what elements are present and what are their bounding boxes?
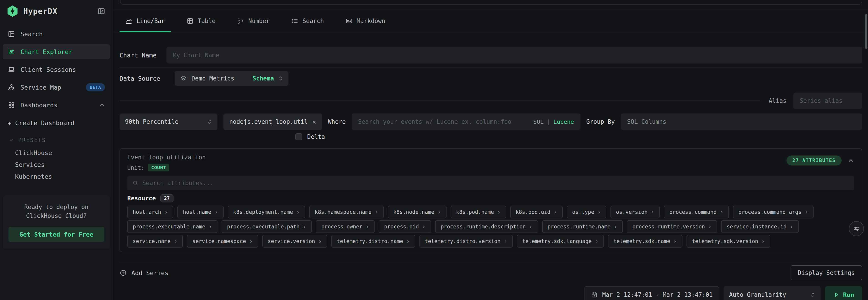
attribute-name: process.runtime.name (548, 224, 611, 229)
presets-header[interactable]: PRESETS (9, 137, 113, 143)
run-button[interactable]: Run (825, 286, 862, 300)
attribute-chip[interactable]: telemetry.sdk.version › (686, 235, 770, 248)
attribute-name: service.version (268, 238, 315, 244)
svg-text:2: 2 (238, 21, 240, 25)
get-started-button[interactable]: Get Started for Free (8, 227, 104, 242)
sidebar-item-client-sessions[interactable]: Client Sessions (3, 62, 110, 77)
attribute-name: telemetry.sdk.language (522, 238, 592, 244)
where-search-input[interactable] (352, 118, 533, 125)
add-series-button[interactable]: Add Series (120, 269, 168, 276)
attribute-chip[interactable]: host.arch › (127, 206, 173, 218)
sidebar-item-label: Dashboards (21, 102, 58, 109)
main-content: Line/Bar Table 1 2 3 Number (113, 0, 868, 300)
attribute-chip[interactable]: telemetry.sdk.language › (517, 235, 604, 248)
sidebar-item-service-map[interactable]: Service Map BETA (3, 80, 110, 95)
attribute-chip[interactable]: process.executable.path › (222, 220, 312, 233)
remove-metric-icon[interactable]: ✕ (312, 118, 316, 126)
lucene-toggle-option[interactable]: Lucene (553, 118, 574, 125)
series-footer-row: Add Series Display Settings (120, 265, 862, 280)
up-down-chevrons-icon (278, 75, 283, 82)
attribute-chip[interactable]: service.instance.id › (721, 220, 799, 233)
chart-name-label: Chart Name (120, 52, 166, 59)
attribute-chip[interactable]: k8s.deployment.name › (228, 206, 305, 218)
attribute-chip[interactable]: k8s.pod.name › (451, 206, 506, 218)
chevron-right-icon: › (651, 209, 654, 215)
sidebar: HyperDX Search (0, 0, 113, 300)
floating-settings-button[interactable] (849, 221, 864, 236)
attribute-chip[interactable]: host.name › (177, 206, 223, 218)
attribute-chip[interactable]: telemetry.distro.name › (331, 235, 415, 248)
tab-table[interactable]: Table (181, 10, 221, 32)
sidebar-item-label: Search (21, 31, 43, 37)
chevron-up-icon (99, 102, 105, 108)
group-by-input[interactable] (621, 113, 862, 130)
attribute-name: process.command (669, 209, 717, 215)
preset-item[interactable]: ClickHouse (15, 147, 113, 159)
sql-toggle-option[interactable]: SQL (533, 118, 544, 125)
attribute-chip[interactable]: k8s.pod.uid › (510, 206, 563, 218)
layers-icon (180, 75, 187, 82)
preset-item[interactable]: Services (15, 159, 113, 171)
attribute-chip[interactable]: telemetry.distro.version › (420, 235, 513, 248)
attribute-chip[interactable]: service.namespace › (187, 235, 258, 248)
attribute-name: k8s.namespace.name (315, 209, 371, 215)
table-icon (187, 18, 193, 24)
chevron-right-icon: › (720, 209, 723, 215)
tab-markdown[interactable]: Markdown (340, 10, 391, 32)
attribute-chip[interactable]: telemetry.sdk.name › (608, 235, 682, 248)
metric-chip[interactable]: nodejs.event_loop.util ✕ (223, 113, 322, 130)
data-source-value: Demo Metrics (191, 75, 234, 82)
aggregation-row: 90th Percentile nodejs.event_loop.util ✕… (120, 113, 862, 130)
aggregation-select[interactable]: 90th Percentile (120, 113, 217, 130)
delta-checkbox[interactable] (295, 133, 302, 140)
create-dashboard-button[interactable]: + Create Dashboard (8, 119, 113, 127)
tab-label: Line/Bar (136, 18, 165, 24)
attribute-chip[interactable]: service.version › (262, 235, 327, 248)
granularity-select[interactable]: Auto Granularity (724, 286, 820, 300)
attribute-chip[interactable]: process.runtime.version › (627, 220, 717, 233)
attributes-search-input[interactable] (142, 180, 849, 187)
magnifier-icon (132, 180, 139, 186)
attribute-chip[interactable]: os.type › (567, 206, 607, 218)
tab-line-bar[interactable]: Line/Bar (120, 10, 171, 32)
time-range-picker[interactable]: Mar 2 12:47:01 - Mar 2 13:47:01 (585, 286, 719, 300)
attribute-chip[interactable]: process.runtime.description › (435, 220, 538, 233)
attribute-chip[interactable]: process.executable.name › (127, 220, 217, 233)
attribute-chip[interactable]: process.pid › (379, 220, 431, 233)
preset-item[interactable]: Kubernetes (15, 171, 113, 183)
sidebar-item-search[interactable]: Search (3, 26, 110, 42)
attribute-chip[interactable]: k8s.node.name › (388, 206, 446, 218)
line-chart-icon (8, 48, 15, 55)
attribute-chip[interactable]: service.name › (127, 235, 183, 248)
schema-link[interactable]: Schema (252, 75, 274, 82)
aggregation-value: 90th Percentile (125, 118, 179, 125)
list-icon (291, 18, 298, 24)
attribute-chip[interactable]: process.command_args › (733, 206, 814, 218)
resource-count-badge: 27 (160, 194, 173, 202)
tab-number[interactable]: 1 2 3 Number (231, 10, 276, 32)
attribute-name: process.owner (321, 224, 362, 229)
attribute-chip[interactable]: os.version › (611, 206, 660, 218)
attribute-name: telemetry.sdk.name (613, 238, 670, 244)
sidebar-item-chart-explorer[interactable]: Chart Explorer (3, 44, 110, 59)
chevron-right-icon: › (497, 209, 501, 215)
tab-search[interactable]: Search (285, 10, 330, 32)
data-source-select[interactable]: Demo Metrics Schema (175, 71, 288, 86)
attribute-chip[interactable]: process.owner › (316, 220, 375, 233)
attribute-name: service.instance.id (726, 224, 786, 229)
chart-preview-panel-edge (120, 0, 862, 5)
sidebar-item-dashboards[interactable]: Dashboards (3, 98, 110, 113)
circle-plus-icon (120, 269, 127, 276)
attribute-chip[interactable]: process.runtime.name › (542, 220, 623, 233)
collapse-sidebar-icon[interactable] (96, 6, 106, 16)
alias-input[interactable] (793, 92, 862, 109)
attribute-chip[interactable]: process.command › (664, 206, 728, 218)
attribute-chip[interactable]: k8s.namespace.name › (309, 206, 384, 218)
display-settings-button[interactable]: Display Settings (790, 265, 862, 280)
panel-header: Event loop utilization Unit: COUNT 27 AT… (127, 154, 854, 171)
chevron-right-icon: › (805, 209, 808, 215)
chevron-right-icon: › (790, 223, 793, 230)
collapse-panel-icon[interactable] (847, 157, 854, 164)
chart-name-input[interactable] (166, 47, 862, 63)
vertical-scrollbar-thumb[interactable] (865, 14, 867, 49)
